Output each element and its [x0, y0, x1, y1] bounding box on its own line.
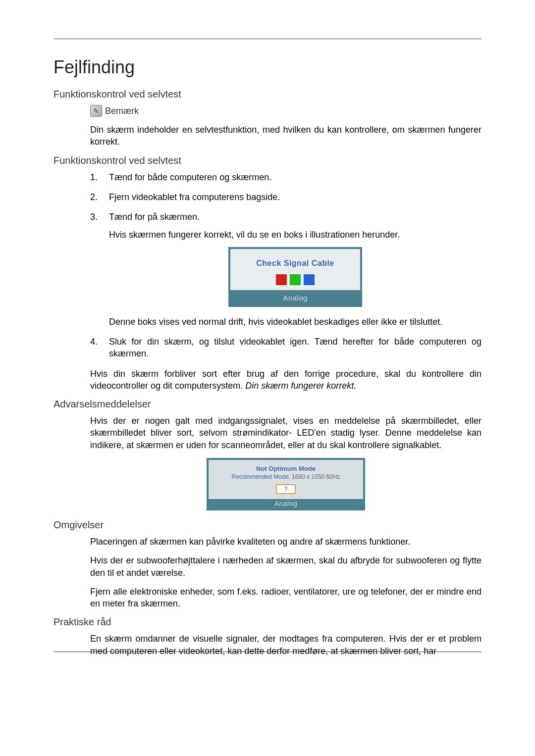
note-text: Din skærm indeholder en selvtestfunktion…	[90, 124, 482, 148]
paragraph: Hvis der er subwooferhøjttalere i nærhed…	[90, 554, 482, 579]
paragraph: En skærm omdanner de visuelle signaler, …	[90, 633, 482, 657]
document-page: Fejlfinding Funktionskontrol ved selvtes…	[0, 0, 535, 657]
list-item: Fjern videokablet fra computerens bagsid…	[90, 191, 482, 203]
italic-text: Din skærm fungerer korrekt.	[245, 381, 356, 391]
paragraph: Hvis der er nogen galt med indgangssigna…	[90, 415, 482, 451]
osd-line2: Recommended Mode: 1680 x 1050 60Hz	[212, 473, 360, 480]
paragraph: Placeringen af skærmen kan påvirke kvali…	[90, 536, 482, 548]
section-heading-selftest-2: Funktionskontrol ved selvtest	[54, 155, 482, 166]
osd-title: Check Signal Cable	[234, 258, 356, 269]
bottom-rule	[54, 652, 482, 652]
section-body: ✎ Bemærk Din skærm indeholder en selvtes…	[90, 105, 482, 148]
section-body: Placeringen af skærmen kan påvirke kvali…	[90, 536, 482, 609]
list-text: Hvis skærmen fungerer korrekt, vil du se…	[109, 229, 482, 241]
list-text: Sluk for din skærm, og tilslut videokabl…	[109, 336, 482, 360]
top-rule	[54, 39, 482, 39]
section-body: Hvis der er nogen galt med indgangssigna…	[90, 415, 482, 510]
osd-line2-label: Recommended Mode	[232, 473, 289, 480]
figure-wrap: Check Signal Cable Analog	[109, 247, 482, 307]
list-item: Tænd for både computeren og skærmen.	[90, 171, 482, 183]
paragraph: Fjern alle elektroniske enheder, som f.e…	[90, 586, 482, 610]
osd-check-signal: Check Signal Cable Analog	[228, 247, 362, 307]
osd-footer: Analog	[230, 292, 360, 304]
osd-not-optimum: Not Optimum Mode Recommended Mode: 1680 …	[207, 458, 365, 510]
section-heading-tips: Praktiske råd	[54, 616, 482, 628]
section-heading-selftest-1: Funktionskontrol ved selvtest	[54, 89, 482, 100]
figure-wrap: Not Optimum Mode Recommended Mode: 1680 …	[90, 458, 482, 510]
osd-help-button: ?	[276, 484, 296, 494]
list-text: Fjern videokablet fra computerens bagsid…	[109, 191, 482, 203]
note-label: Bemærk	[105, 106, 139, 116]
osd-footer: Analog	[209, 499, 363, 508]
osd-body: Check Signal Cable	[230, 249, 360, 291]
section-heading-warnings: Advarselsmeddelelser	[54, 399, 482, 410]
list-text: Denne boks vises ved normal drift, hvis …	[109, 316, 482, 328]
osd-line1: Not Optimum Mode	[212, 465, 360, 472]
blue-square	[304, 274, 315, 285]
paragraph: Hvis din skærm forbliver sort efter brug…	[90, 368, 482, 392]
list-item: Sluk for din skærm, og tilslut videokabl…	[90, 336, 482, 360]
red-square	[276, 274, 287, 285]
note-row: ✎ Bemærk	[90, 105, 482, 117]
list-text: Tænd for både computeren og skærmen.	[109, 171, 482, 183]
ordered-list: Tænd for både computeren og skærmen. Fje…	[90, 171, 482, 360]
list-text: Tænd for på skærmen.	[109, 211, 482, 223]
rgb-squares	[234, 274, 356, 285]
note-icon: ✎	[90, 105, 102, 117]
green-square	[290, 274, 301, 285]
osd-line2-value: : 1680 x 1050 60Hz	[288, 473, 340, 480]
osd-body: Not Optimum Mode Recommended Mode: 1680 …	[209, 460, 363, 499]
section-heading-environment: Omgivelser	[54, 519, 482, 531]
section-body: Tænd for både computeren og skærmen. Fje…	[90, 171, 482, 392]
section-body: En skærm omdanner de visuelle signaler, …	[90, 633, 482, 657]
page-title: Fejlfinding	[54, 57, 482, 78]
list-item: Tænd for på skærmen. Hvis skærmen funger…	[90, 211, 482, 328]
